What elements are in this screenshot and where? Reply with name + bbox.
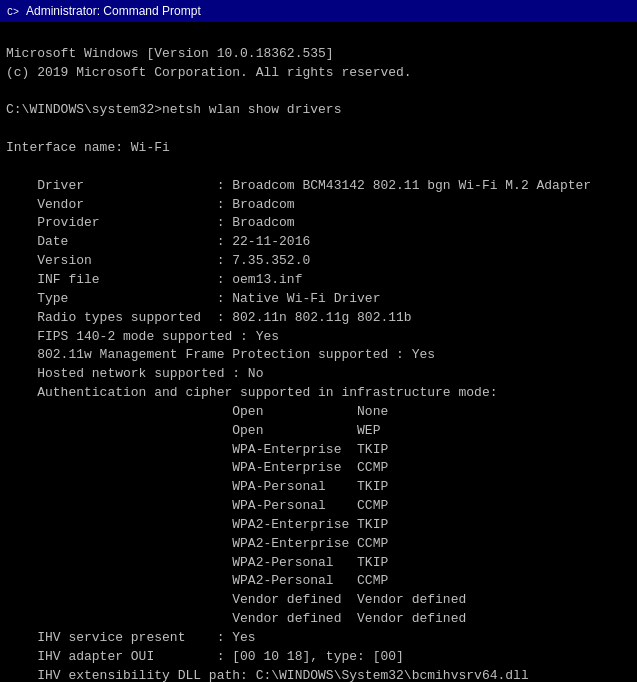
- terminal-line: Microsoft Windows [Version 10.0.18362.53…: [6, 45, 631, 64]
- terminal-line: Type : Native Wi-Fi Driver: [6, 290, 631, 309]
- terminal-line: Date : 22-11-2016: [6, 233, 631, 252]
- terminal-line: IHV adapter OUI : [00 10 18], type: [00]: [6, 648, 631, 667]
- terminal-line: IHV service present : Yes: [6, 629, 631, 648]
- title-bar: C> Administrator: Command Prompt: [0, 0, 637, 22]
- terminal-line: Version : 7.35.352.0: [6, 252, 631, 271]
- terminal-line: Open WEP: [6, 422, 631, 441]
- terminal-line: IHV extensibility DLL path: C:\WINDOWS\S…: [6, 667, 631, 682]
- svg-text:C>: C>: [7, 7, 19, 18]
- terminal-line: Open None: [6, 403, 631, 422]
- title-bar-label: Administrator: Command Prompt: [26, 4, 201, 18]
- terminal-line: [6, 83, 631, 102]
- terminal-line: Vendor : Broadcom: [6, 196, 631, 215]
- terminal-line: Radio types supported : 802.11n 802.11g …: [6, 309, 631, 328]
- terminal-line: C:\WINDOWS\system32>netsh wlan show driv…: [6, 101, 631, 120]
- terminal-line: Vendor defined Vendor defined: [6, 591, 631, 610]
- terminal-line: WPA2-Personal TKIP: [6, 554, 631, 573]
- terminal-line: [6, 158, 631, 177]
- terminal-line: Hosted network supported : No: [6, 365, 631, 384]
- terminal-line: WPA-Personal CCMP: [6, 497, 631, 516]
- terminal-content: Microsoft Windows [Version 10.0.18362.53…: [0, 22, 637, 682]
- terminal-line: Interface name: Wi-Fi: [6, 139, 631, 158]
- terminal-line: [6, 120, 631, 139]
- terminal-line: WPA2-Personal CCMP: [6, 572, 631, 591]
- terminal-line: FIPS 140-2 mode supported : Yes: [6, 328, 631, 347]
- terminal-line: WPA-Enterprise TKIP: [6, 441, 631, 460]
- cmd-icon: C>: [6, 4, 20, 18]
- terminal-line: 802.11w Management Frame Protection supp…: [6, 346, 631, 365]
- terminal-line: (c) 2019 Microsoft Corporation. All righ…: [6, 64, 631, 83]
- terminal-line: Vendor defined Vendor defined: [6, 610, 631, 629]
- terminal-line: WPA2-Enterprise CCMP: [6, 535, 631, 554]
- terminal-line: Driver : Broadcom BCM43142 802.11 bgn Wi…: [6, 177, 631, 196]
- terminal-line: WPA2-Enterprise TKIP: [6, 516, 631, 535]
- terminal-line: Provider : Broadcom: [6, 214, 631, 233]
- terminal-line: INF file : oem13.inf: [6, 271, 631, 290]
- terminal-line: Authentication and cipher supported in i…: [6, 384, 631, 403]
- terminal-line: WPA-Enterprise CCMP: [6, 459, 631, 478]
- terminal-line: WPA-Personal TKIP: [6, 478, 631, 497]
